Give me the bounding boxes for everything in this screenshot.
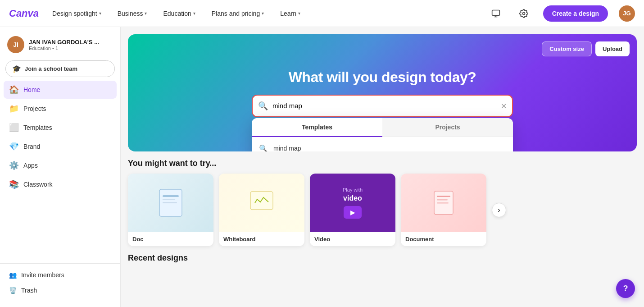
hero-controls: Custom size Upload xyxy=(542,41,630,56)
chevron-down-icon: ▾ xyxy=(99,11,101,16)
doc-label: Doc xyxy=(128,232,213,246)
graduation-icon: 🎓 xyxy=(12,64,21,73)
folder-icon: 📁 xyxy=(9,104,19,114)
sidebar-avatar[interactable]: JI xyxy=(7,36,24,53)
apps-icon: ⚙️ xyxy=(9,160,19,170)
nav-design-spotlight[interactable]: Design spotlight ▾ xyxy=(50,8,104,19)
upload-button[interactable]: Upload xyxy=(595,41,630,56)
canva-logo[interactable]: Canva xyxy=(9,8,39,19)
hero-banner: Custom size Upload What will you design … xyxy=(128,34,637,151)
brand-icon: 💎 xyxy=(9,142,19,151)
card-whiteboard[interactable]: Whiteboard xyxy=(219,174,304,246)
search-dropdown: Templates Projects 🔍 mind map 🔍 mind map… xyxy=(252,118,513,152)
whiteboard-thumbnail xyxy=(219,174,304,232)
sidebar: JI JAN IVAN GORDOLA'S ... Education • 1 … xyxy=(0,27,121,307)
invite-icon: 👥 xyxy=(9,271,17,279)
sidebar-item-classwork[interactable]: 📚 Classwork xyxy=(4,175,117,193)
search-icon: 🔍 xyxy=(258,101,268,111)
join-school-team-button[interactable]: 🎓 Join a school team xyxy=(5,60,115,77)
suggestion-mind-map[interactable]: 🔍 mind map xyxy=(252,140,513,152)
sidebar-bottom: 👥 Invite members 🗑️ Trash xyxy=(0,263,120,302)
hero-title: What will you design today? xyxy=(289,69,476,86)
svg-rect-4 xyxy=(163,199,175,200)
chevron-down-icon: ▾ xyxy=(262,11,264,16)
search-input[interactable] xyxy=(252,95,513,117)
doc-thumbnail xyxy=(128,174,213,232)
svg-rect-10 xyxy=(437,202,449,204)
card-doc[interactable]: Doc xyxy=(128,174,213,246)
svg-rect-8 xyxy=(437,196,450,197)
trash-button[interactable]: 🗑️ Trash xyxy=(4,283,117,298)
top-navigation: Canva Design spotlight ▾ Business ▾ Educ… xyxy=(0,0,644,27)
sidebar-navigation: 🏠 Home 📁 Projects ⬜ Templates 💎 Brand ⚙️… xyxy=(0,81,120,263)
sidebar-user-info: JI JAN IVAN GORDOLA'S ... Education • 1 xyxy=(0,32,120,59)
dropdown-tabs: Templates Projects xyxy=(252,118,513,137)
settings-icon-btn[interactable] xyxy=(515,5,532,22)
document-thumbnail xyxy=(401,174,486,232)
sidebar-edu-label: Education • 1 xyxy=(29,46,99,51)
try-section-title: You might want to try... xyxy=(128,159,637,168)
tab-projects[interactable]: Projects xyxy=(382,118,513,137)
try-cards-row: Doc Whiteboard Play with video xyxy=(128,174,486,246)
svg-rect-9 xyxy=(437,199,448,201)
search-container: 🔍 ✕ Templates Projects 🔍 mind map xyxy=(252,95,513,117)
devices-icon-btn[interactable] xyxy=(487,5,504,22)
sidebar-username: JAN IVAN GORDOLA'S ... xyxy=(29,39,99,46)
home-icon: 🏠 xyxy=(9,85,19,95)
sidebar-item-brand[interactable]: 💎 Brand xyxy=(4,137,117,156)
content-sections: You might want to try... Doc Whiteboard xyxy=(121,159,644,275)
svg-rect-0 xyxy=(492,10,499,15)
chevron-down-icon: ▾ xyxy=(298,11,300,16)
templates-icon: ⬜ xyxy=(9,123,19,133)
suggestion-list: 🔍 mind map 🔍 mind map presentation 🔍 min… xyxy=(252,137,513,152)
search-suggestion-icon: 🔍 xyxy=(259,144,268,152)
chevron-down-icon: ▾ xyxy=(193,11,195,16)
help-button[interactable]: ? xyxy=(616,279,635,298)
create-design-button[interactable]: Create a design xyxy=(543,5,608,22)
document-label: Document xyxy=(401,232,486,246)
cards-next-button[interactable]: › xyxy=(492,203,506,217)
card-video[interactable]: Play with video ▶ Video xyxy=(310,174,395,246)
tab-templates[interactable]: Templates xyxy=(252,118,382,137)
sidebar-item-home[interactable]: 🏠 Home xyxy=(4,81,117,99)
main-content: Custom size Upload What will you design … xyxy=(121,27,644,307)
whiteboard-label: Whiteboard xyxy=(219,232,304,246)
recent-section-title: Recent designs xyxy=(128,253,637,263)
svg-point-1 xyxy=(522,12,525,14)
video-label: Video xyxy=(310,232,395,246)
sidebar-item-templates[interactable]: ⬜ Templates xyxy=(4,119,117,137)
custom-size-button[interactable]: Custom size xyxy=(542,41,592,56)
svg-rect-5 xyxy=(163,202,177,203)
invite-members-button[interactable]: 👥 Invite members xyxy=(4,267,117,283)
avatar[interactable]: JG xyxy=(619,5,635,22)
svg-rect-3 xyxy=(163,195,179,197)
sidebar-item-projects[interactable]: 📁 Projects xyxy=(4,100,117,118)
card-document[interactable]: Document xyxy=(401,174,486,246)
sidebar-item-apps[interactable]: ⚙️ Apps xyxy=(4,156,117,174)
nav-business[interactable]: Business ▾ xyxy=(115,8,150,19)
nav-learn[interactable]: Learn ▾ xyxy=(277,8,303,19)
chevron-down-icon: ▾ xyxy=(145,11,147,16)
nav-plans-pricing[interactable]: Plans and pricing ▾ xyxy=(209,8,267,19)
nav-education[interactable]: Education ▾ xyxy=(160,8,198,19)
clear-search-button[interactable]: ✕ xyxy=(501,101,507,110)
trash-icon: 🗑️ xyxy=(9,287,17,294)
video-thumbnail: Play with video ▶ xyxy=(310,174,395,232)
classwork-icon: 📚 xyxy=(9,179,19,189)
